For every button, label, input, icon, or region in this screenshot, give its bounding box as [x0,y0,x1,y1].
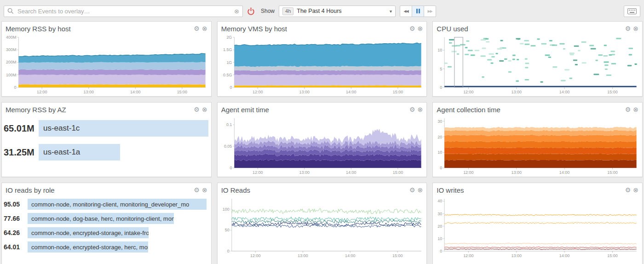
events-power-icon[interactable] [247,7,255,16]
query-value-row[interactable]: 31.25M us-east-1a [4,144,208,161]
query-value-list: 65.01M us-east-1c 31.25M us-east-1a [2,115,211,177]
svg-text:14:00: 14:00 [559,170,569,175]
memory-vms-by-host-chart[interactable]: 00.5G1G1.5G2G12:0013:0014:0015:00 [219,34,425,95]
svg-text:50: 50 [224,228,229,232]
close-icon[interactable]: ⊗ [202,187,207,193]
rewind-icon: ◀◀ [403,9,408,13]
widget-agent-emit-time: Agent emit time ⚙ ⊗ 00.050.112:0013:0014… [217,102,427,177]
gear-icon[interactable]: ⚙ [194,106,200,113]
widget-io-writes: IO writes ⚙ ⊗ 01020304012:0013:0014:0015… [432,183,643,264]
svg-text:12:00: 12:00 [463,170,473,175]
widget-memory-rss-by-host: Memory RSS by host ⚙ ⊗ 0100M200M300M400M… [1,21,212,97]
pause-button[interactable] [412,6,424,17]
svg-text:100: 100 [222,207,229,212]
toplist-bar: common-node, dog-base, herc, monitoring-… [28,213,174,224]
svg-text:13:00: 13:00 [83,90,93,94]
close-icon[interactable]: ⊗ [418,25,423,32]
gear-icon[interactable]: ⚙ [409,106,415,113]
svg-text:14:00: 14:00 [346,90,356,94]
query-value: 65.01M [4,123,35,134]
keyboard-shortcuts-button[interactable] [624,6,640,17]
svg-text:12:00: 12:00 [463,253,473,258]
svg-text:15:00: 15:00 [608,253,618,258]
timeframe-badge: 4h [282,7,293,15]
svg-text:15:00: 15:00 [392,90,402,94]
rewind-button[interactable]: ◀◀ [400,6,412,17]
widget-header: Memory VMS by host ⚙ ⊗ [218,22,427,34]
io-reads-chart[interactable]: 05010012:0013:0014:0015:00 [219,196,425,259]
svg-text:12:00: 12:00 [463,90,473,94]
close-icon[interactable]: ⊗ [202,106,207,113]
toplist-row[interactable]: 64.01 common-node, encrypted-storage, he… [4,241,207,253]
svg-text:13:00: 13:00 [512,90,522,94]
close-icon[interactable]: ⊗ [418,106,423,113]
svg-text:12:00: 12:00 [253,90,263,94]
gear-icon[interactable]: ⚙ [409,187,415,193]
svg-text:1.5G: 1.5G [223,47,232,52]
widget-header: IO writes ⚙ ⊗ [433,183,642,195]
gear-icon[interactable]: ⚙ [625,25,631,32]
gear-icon[interactable]: ⚙ [194,25,200,32]
svg-text:10: 10 [438,150,443,155]
svg-text:30: 30 [438,212,443,216]
toplist-bar: common-node, encrypted-storage, herc, mo… [28,241,148,253]
widget-title: Agent emit time [221,106,269,114]
close-icon[interactable]: ⊗ [418,187,423,193]
widget-body: 00.050.112:0013:0014:0015:00 [218,115,427,177]
memory-rss-by-host-chart[interactable]: 0100M200M300M400M12:0013:0014:0015:00 [4,34,209,95]
widget-header: CPU used ⚙ ⊗ [433,22,642,34]
timeframe-value: The Past 4 Hours [297,8,341,14]
show-label: Show [261,8,275,14]
widget-title: IO Reads [221,186,250,194]
widget-title: CPU used [437,25,468,33]
svg-text:10: 10 [438,236,443,241]
close-icon[interactable]: ⊗ [202,25,207,32]
gear-icon[interactable]: ⚙ [625,187,631,193]
svg-text:10: 10 [438,48,443,52]
svg-text:13:00: 13:00 [298,253,308,258]
svg-text:0: 0 [230,85,232,90]
svg-text:0: 0 [440,85,443,90]
svg-text:20: 20 [438,224,443,229]
widget-header: Agent emit time ⚙ ⊗ [218,103,427,115]
widget-agent-collection-time: Agent collection time ⚙ ⊗ 010203012:0013… [432,102,643,177]
close-icon[interactable]: ⊗ [633,187,638,193]
svg-text:300M: 300M [6,47,16,52]
query-value-row[interactable]: 65.01M us-east-1c [4,120,208,137]
svg-text:0: 0 [440,249,443,253]
toplist-row[interactable]: 95.05 common-node, monitoring-client, mo… [4,199,207,210]
svg-text:13:00: 13:00 [299,90,309,94]
svg-text:0: 0 [227,249,229,253]
close-icon[interactable]: ⊗ [633,25,638,32]
dashboard-toolbar: ⊗ Show 4h The Past 4 Hours ▾ ◀◀ ▶▶ [0,0,644,18]
toplist-row[interactable]: 64.26 common-node, encrypted-storage, in… [4,227,207,238]
toplist: 95.05 common-node, monitoring-client, mo… [2,195,211,264]
widget-header: Agent collection time ⚙ ⊗ [433,103,642,115]
gear-icon[interactable]: ⚙ [409,25,415,32]
cpu-used-chart[interactable]: 051012:0013:0014:0015:00 [435,34,640,95]
widget-title: Memory RSS by host [6,25,71,33]
svg-text:5: 5 [440,67,443,71]
agent-emit-time-chart[interactable]: 00.050.112:0013:0014:0015:00 [219,115,425,176]
svg-text:15:00: 15:00 [608,170,618,175]
svg-text:200M: 200M [6,60,16,65]
svg-text:0: 0 [440,166,443,170]
svg-text:15:00: 15:00 [608,90,618,94]
svg-text:12:00: 12:00 [250,253,260,258]
query-value-bar: us-east-1c [39,120,208,137]
widget-memory-rss-by-az: Memory RSS by AZ ⚙ ⊗ 65.01M us-east-1c 3… [1,102,212,177]
clear-search-icon[interactable]: ⊗ [234,8,239,14]
io-writes-chart[interactable]: 01020304012:0013:0014:0015:00 [435,196,640,259]
close-icon[interactable]: ⊗ [633,106,638,113]
agent-collection-time-chart[interactable]: 010203012:0013:0014:0015:00 [435,115,640,176]
event-search-box[interactable]: ⊗ [4,6,243,17]
gear-icon[interactable]: ⚙ [625,106,631,113]
widget-title: Agent collection time [437,106,500,114]
toplist-row[interactable]: 77.66 common-node, dog-base, herc, monit… [4,213,207,224]
forward-button[interactable]: ▶▶ [424,6,436,17]
search-input[interactable] [17,7,231,15]
svg-text:0.05: 0.05 [224,144,232,149]
timeframe-select[interactable]: 4h The Past 4 Hours ▾ [279,6,396,17]
gear-icon[interactable]: ⚙ [194,187,200,193]
widget-body: 0100M200M300M400M12:0013:0014:0015:00 [2,34,211,96]
